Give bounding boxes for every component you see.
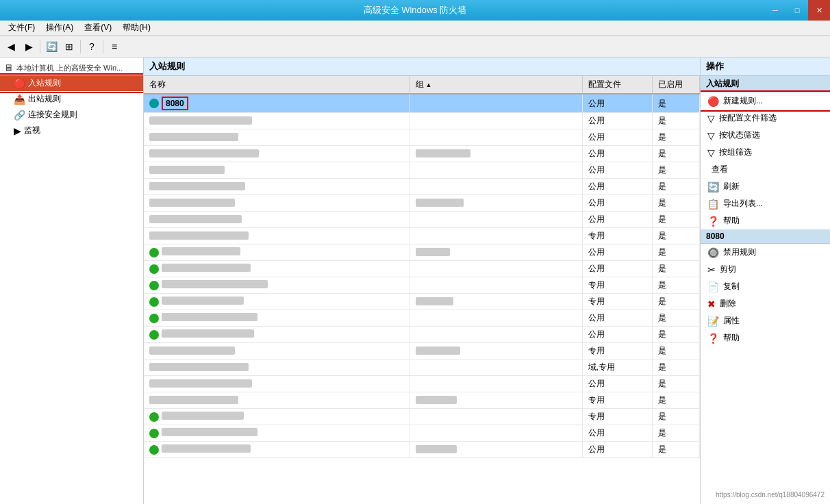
cell-profile: 公用	[582, 376, 653, 392]
table-row[interactable]: 专用是	[144, 277, 700, 294]
table-row[interactable]: 公用是	[144, 244, 700, 261]
inbound-icon: 🔴	[14, 78, 25, 89]
table-row[interactable]: 公用是	[144, 442, 700, 458]
filter-by-profile-action[interactable]: ▽ 按配置文件筛选	[701, 110, 830, 127]
cell-enabled: 是	[653, 195, 700, 212]
help-general-action[interactable]: ❓ 帮助	[701, 212, 830, 229]
connection-security-label: 连接安全规则	[28, 109, 77, 121]
table-row[interactable]: 公用是	[144, 113, 700, 129]
help-rule-label: 帮助	[723, 332, 740, 344]
table-row[interactable]: 专用是	[144, 409, 700, 425]
disable-rule-action[interactable]: 🔘 禁用规则	[701, 244, 830, 261]
delete-label: 删除	[720, 298, 736, 310]
cell-profile: 专用	[582, 343, 653, 360]
cell-profile: 公用	[582, 94, 653, 113]
window-title: 高级安全 Windows 防火墙	[364, 4, 467, 16]
rule-table[interactable]: 名称 组 配置文件 已启用 8080公用是 公用是 公用是 公用是 公用是	[144, 76, 700, 504]
close-button[interactable]: ✕	[808, 0, 830, 21]
col-name[interactable]: 名称	[144, 76, 410, 94]
table-row[interactable]: 公用是	[144, 376, 700, 392]
tree-root[interactable]: 🖥 本地计算机 上的高级安全 Win...	[0, 60, 143, 75]
help-toolbar-button[interactable]: ?	[84, 38, 100, 55]
copy-action[interactable]: 📄 复制	[701, 278, 830, 295]
help-rule-action[interactable]: ❓ 帮助	[701, 329, 830, 346]
table-row[interactable]: 专用是	[144, 343, 700, 360]
outbound-label: 出站规则	[28, 93, 61, 105]
view-action[interactable]: 查看	[701, 161, 830, 178]
table-row[interactable]: 8080公用是	[144, 94, 700, 113]
col-profile[interactable]: 配置文件	[582, 76, 653, 94]
filter-group-icon: ▽	[707, 147, 715, 158]
help-rule-icon: ❓	[707, 333, 719, 344]
cell-enabled: 是	[653, 327, 700, 343]
cell-profile: 公用	[582, 425, 653, 442]
table-row[interactable]: 公用是	[144, 425, 700, 442]
col-group[interactable]: 组	[410, 76, 582, 94]
sidebar-item-monitoring[interactable]: ▶ 监视	[0, 123, 143, 138]
disable-icon: 🔘	[707, 247, 719, 258]
cut-label: 剪切	[720, 264, 736, 275]
back-button[interactable]: ◀	[3, 38, 19, 55]
tree-panel: 🖥 本地计算机 上的高级安全 Win... 🔴 入站规则 📤 出站规则 🔗 连接…	[0, 58, 144, 504]
cell-profile: 公用	[582, 261, 653, 277]
col-enabled[interactable]: 已启用	[653, 76, 700, 94]
refresh-action[interactable]: 🔄 刷新	[701, 178, 830, 195]
cell-enabled: 是	[653, 409, 700, 425]
table-row[interactable]: 公用是	[144, 162, 700, 179]
refresh-toolbar-button[interactable]: 🔄	[43, 38, 60, 55]
cell-enabled: 是	[653, 392, 700, 409]
cell-enabled: 是	[653, 244, 700, 261]
cell-profile: 专用	[582, 392, 653, 409]
cell-profile: 域,专用	[582, 360, 653, 376]
cell-profile: 公用	[582, 113, 653, 129]
table-row[interactable]: 公用是	[144, 261, 700, 277]
export-list-action[interactable]: 📋 导出列表...	[701, 195, 830, 212]
toolbar-separator-3	[103, 40, 103, 53]
list-view-button[interactable]: ≡	[106, 38, 123, 55]
table-row[interactable]: 域,专用是	[144, 360, 700, 376]
export-label: 导出列表...	[723, 198, 763, 210]
cut-action[interactable]: ✂ 剪切	[701, 261, 830, 278]
delete-icon: ✖	[707, 299, 716, 310]
table-row[interactable]: 公用是	[144, 129, 700, 146]
menu-help[interactable]: 帮助(H)	[117, 21, 156, 35]
delete-action[interactable]: ✖ 删除	[701, 295, 830, 312]
table-row[interactable]: 公用是	[144, 310, 700, 327]
new-rule-action[interactable]: 🔴 新建规则...	[701, 92, 830, 110]
menu-actions[interactable]: 操作(A)	[40, 21, 79, 35]
cell-profile: 公用	[582, 129, 653, 146]
filter-by-status-action[interactable]: ▽ 按状态筛选	[701, 127, 830, 144]
view-label: 查看	[712, 164, 728, 175]
table-row[interactable]: 专用是	[144, 392, 700, 409]
inbound-section-title: 入站规则	[701, 76, 830, 92]
cell-enabled: 是	[653, 179, 700, 195]
properties-action[interactable]: 📝 属性	[701, 312, 830, 329]
table-row[interactable]: 公用是	[144, 195, 700, 212]
help-general-label: 帮助	[723, 215, 740, 227]
sidebar-item-outbound[interactable]: 📤 出站规则	[0, 91, 143, 107]
minimize-button[interactable]: ─	[764, 0, 786, 21]
menu-view[interactable]: 查看(V)	[79, 21, 117, 35]
maximize-button[interactable]: □	[786, 0, 808, 21]
cell-enabled: 是	[653, 343, 700, 360]
filter-by-group-action[interactable]: ▽ 按组筛选	[701, 144, 830, 161]
watermark: https://blog.csdn.net/q18804096472	[716, 491, 825, 499]
cell-profile: 公用	[582, 212, 653, 228]
table-row[interactable]: 公用是	[144, 146, 700, 162]
menu-file[interactable]: 文件(F)	[3, 21, 40, 35]
table-row[interactable]: 公用是	[144, 179, 700, 195]
grid-view-button[interactable]: ⊞	[61, 38, 77, 55]
table-row[interactable]: 公用是	[144, 327, 700, 343]
table-row[interactable]: 公用是	[144, 212, 700, 228]
cell-profile: 公用	[582, 310, 653, 327]
toolbar-separator-1	[40, 40, 40, 53]
table-row[interactable]: 专用是	[144, 294, 700, 310]
forward-button[interactable]: ▶	[21, 38, 37, 55]
table-row[interactable]: 专用是	[144, 228, 700, 244]
computer-icon: 🖥	[4, 62, 14, 73]
cell-enabled: 是	[653, 376, 700, 392]
sidebar-item-connection-security[interactable]: 🔗 连接安全规则	[0, 107, 143, 123]
sidebar-item-inbound[interactable]: 🔴 入站规则	[0, 75, 143, 91]
refresh-label: 刷新	[723, 181, 740, 192]
toolbar: ◀ ▶ 🔄 ⊞ ? ≡	[0, 36, 830, 58]
